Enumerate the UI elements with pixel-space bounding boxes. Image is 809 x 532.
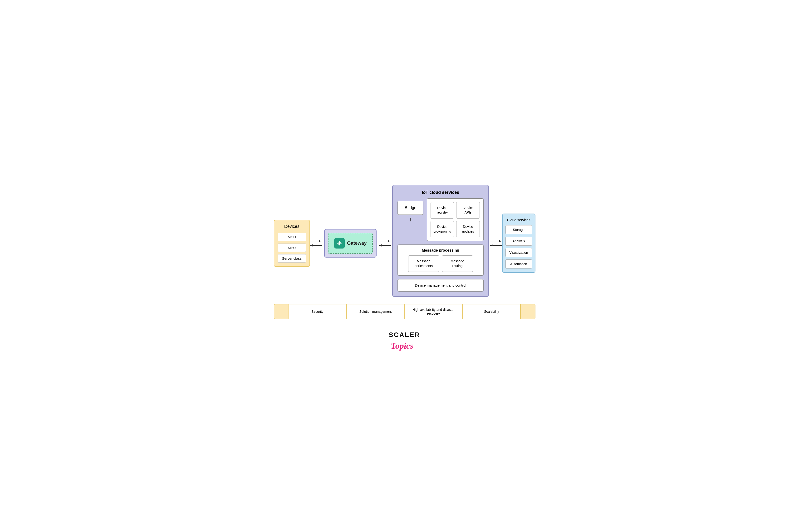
arrow-right-1	[310, 241, 322, 241]
cloud-analysis: Analysis	[505, 237, 532, 246]
diagram-wrapper: Devices MCU MPU Server class	[274, 180, 535, 352]
msg-processing-box: Message processing Messageenrichments Me…	[397, 244, 483, 276]
arrow-left-3	[490, 245, 502, 246]
gateway-label: Gateway	[347, 240, 366, 246]
msg-enrichments: Messageenrichments	[408, 255, 439, 272]
iot-cloud-top: Bridge ↓ Device registry Service APIs De…	[397, 198, 483, 241]
service-device-provisioning: Deviceprovisioning	[431, 221, 454, 237]
bottom-bar-scalability: Scalability	[463, 304, 521, 319]
iot-cloud-title: IoT cloud services	[397, 190, 483, 195]
bottom-bar-filler-left	[274, 304, 289, 319]
cloud-visualization: Visualization	[505, 248, 532, 257]
bottom-bar-security: Security	[289, 304, 347, 319]
iot-cloud-arrows	[490, 240, 502, 246]
svg-text:Topics: Topics	[391, 341, 413, 350]
device-mcu: MCU	[278, 233, 306, 241]
logo-area: SCALER Topics	[389, 331, 420, 352]
service-device-registry: Device registry	[431, 202, 454, 219]
gateway-inner: Gateway	[328, 233, 373, 254]
msg-routing: Messagerouting	[442, 255, 473, 272]
cloud-automation: Automation	[505, 259, 532, 269]
devices-gateway-arrows	[310, 240, 322, 246]
bottom-bar-solution-mgmt: Solution management	[347, 304, 404, 319]
cloud-storage: Storage	[505, 225, 532, 234]
bottom-bar: Security Solution management High availa…	[274, 304, 535, 319]
arrow-left-2	[379, 245, 391, 246]
iot-cloud-box: IoT cloud services Bridge ↓ Device regis…	[392, 185, 488, 297]
device-server-class: Server class	[278, 254, 306, 262]
gateway-section: Gateway	[324, 229, 377, 258]
devices-box: Devices MCU MPU Server class	[274, 220, 310, 267]
bottom-bar-filler-right	[521, 304, 535, 319]
service-device-updates: Device updates	[456, 221, 480, 237]
bridge-col: Bridge ↓	[397, 198, 424, 223]
bridge-label: Bridge	[404, 205, 416, 210]
msg-processing-items: Messageenrichments Messagerouting	[402, 255, 479, 272]
service-apis: Service APIs	[456, 202, 480, 219]
gateway-outer: Gateway	[324, 229, 377, 258]
device-mgmt-box: Device management and control	[397, 279, 483, 292]
device-mgmt-label: Device management and control	[415, 283, 466, 287]
cloud-services-box: Cloud services Storage Analysis Visualiz…	[502, 213, 535, 273]
bottom-bar-ha-dr: High availability and disaster recovery	[404, 304, 463, 319]
bridge-down-arrow: ↓	[409, 216, 412, 223]
arrow-right-2	[379, 241, 391, 241]
device-mpu: MPU	[278, 243, 306, 252]
msg-processing-title: Message processing	[402, 248, 479, 253]
arrow-left-1	[310, 245, 322, 246]
bridge-box: Bridge	[397, 201, 424, 215]
logo-topics: Topics	[390, 339, 419, 352]
cloud-services-title: Cloud services	[505, 218, 532, 222]
gateway-iot-arrows	[379, 240, 391, 246]
gateway-icon	[334, 238, 345, 248]
devices-title: Devices	[284, 224, 299, 229]
services-grid-box: Device registry Service APIs Deviceprovi…	[427, 198, 483, 241]
logo-scaler: SCALER	[389, 331, 420, 339]
main-diagram: Devices MCU MPU Server class	[274, 180, 535, 302]
arrow-right-3	[490, 241, 502, 241]
